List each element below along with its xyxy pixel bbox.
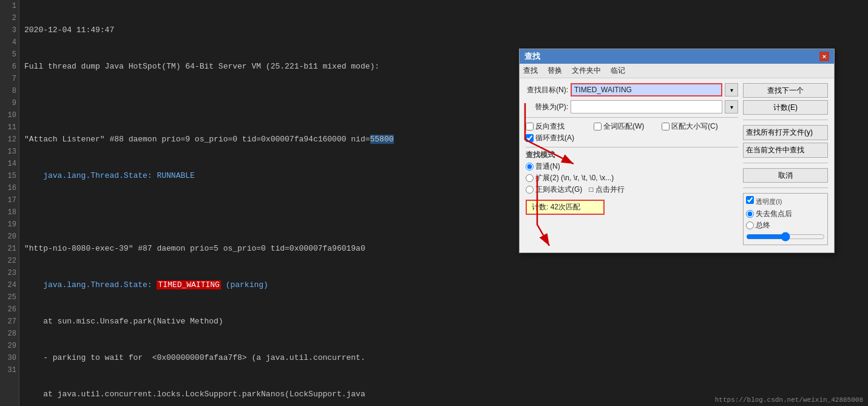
menu-memo[interactable]: 临记 [609, 65, 626, 76]
replace-label: 替换为(P): [526, 102, 568, 112]
status-result: 计数: 42次匹配 [526, 200, 605, 215]
dialog-menubar: 查找 替换 文件夹中 临记 [520, 64, 834, 78]
count-button[interactable]: 计数(E) [743, 100, 828, 115]
search-modes: 普通(N) 扩展(2) (\n, \r, \t, \0, \x...) 正则表达… [526, 161, 738, 195]
transparency-always[interactable]: 总终 [746, 220, 825, 231]
replace-row: 替换为(P): ▾ [526, 100, 738, 113]
checkbox-case-sensitive[interactable]: 区配大小写(C) [662, 121, 728, 132]
dialog-titlebar: 查找 × [520, 49, 834, 64]
find-next-button[interactable]: 查找下一个 [743, 83, 828, 98]
reverse-find-checkbox[interactable] [526, 123, 534, 130]
search-row: 查找目标(N): ▾ [526, 83, 738, 96]
dialog-title: 查找 [524, 51, 540, 62]
search-mode-label: 查找模式 [526, 150, 738, 160]
find-dialog: 查找 × 查找 替换 文件夹中 临记 查找目标(N): ▾ 替换为(P): ▾ [519, 49, 835, 253]
dialog-body: 查找目标(N): ▾ 替换为(P): ▾ 反向查找 [520, 78, 834, 252]
dialog-left: 查找目标(N): ▾ 替换为(P): ▾ 反向查找 [526, 83, 738, 248]
transparency-on-blur[interactable]: 失去焦点后 [746, 209, 825, 219]
replace-dropdown-button[interactable]: ▾ [725, 100, 738, 113]
transparency-group: 透明度(I) 失去焦点后 总终 [743, 193, 828, 245]
search-dropdown-button[interactable]: ▾ [725, 83, 738, 96]
code-line-1: 2020-12-04 11:49:47 [22, 24, 868, 36]
menu-replace[interactable]: 替换 [546, 65, 563, 76]
menu-find[interactable]: 查找 [522, 65, 539, 76]
cancel-button[interactable]: 取消 [743, 168, 828, 183]
dialog-right: 查找下一个 计数(E) 查找所有打开文件(y) 在当前文件中查找 取消 透明度(… [743, 83, 828, 248]
checkbox-loop-find[interactable]: 循环查找(A) [526, 133, 592, 143]
bottom-row: 计数: 42次匹配 [526, 197, 738, 215]
checkboxes-area: 反向查找 全词匹配(W) 区配大小写(C) 循环查找(A) [526, 121, 738, 143]
find-all-open-button[interactable]: 查找所有打开文件(y) [743, 125, 828, 140]
search-input[interactable] [571, 83, 722, 96]
code-line-10: - parking to wait for <0x00000000fafaa7f… [22, 352, 868, 364]
replace-input[interactable] [571, 100, 722, 113]
case-sensitive-checkbox[interactable] [662, 123, 670, 130]
search-label: 查找目标(N): [526, 85, 568, 95]
loop-find-checkbox[interactable] [526, 134, 534, 142]
code-line-9: at sun.misc.Unsafe.park(Native Method) [22, 316, 868, 328]
mode-normal[interactable]: 普通(N) [526, 161, 738, 172]
mode-extended[interactable]: 扩展(2) (\n, \r, \t, \0, \x...) [526, 173, 738, 183]
menu-folder[interactable]: 文件夹中 [571, 65, 602, 76]
transparency-slider[interactable] [746, 233, 825, 240]
mode-regex[interactable]: 正则表达式(G) □ 点击并行 [526, 184, 738, 195]
code-line-8: java.lang.Thread.State: TIMED_WAITING (p… [22, 279, 868, 291]
find-in-current-button[interactable]: 在当前文件中查找 [743, 143, 828, 158]
dialog-two-cols: 查找目标(N): ▾ 替换为(P): ▾ 反向查找 [526, 83, 828, 248]
checkbox-reverse-find[interactable]: 反向查找 [526, 121, 592, 132]
dialog-close-button[interactable]: × [819, 52, 829, 61]
checkbox-whole-word[interactable]: 全词匹配(W) [594, 121, 660, 132]
line-numbers: 1 2 3 4 5 6 7 8 9 10 11 12 13 14 15 16 1… [0, 0, 19, 406]
whole-word-checkbox[interactable] [594, 123, 602, 130]
watermark: https://blog.csdn.net/weixin_42885008 [715, 396, 863, 404]
transparency-slider-container [746, 233, 825, 242]
